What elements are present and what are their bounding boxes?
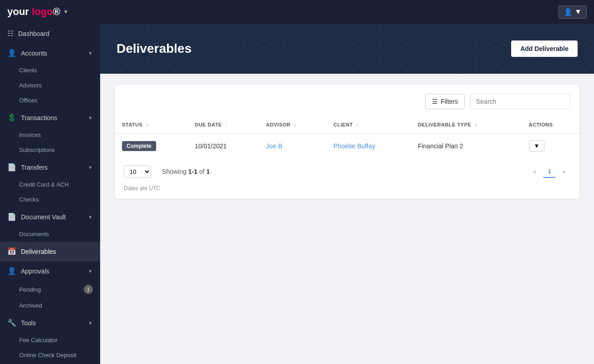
sidebar-subitem-offices[interactable]: Offices: [0, 93, 100, 108]
sidebar-item-label: Accounts: [21, 50, 47, 57]
search-input[interactable]: [470, 94, 570, 109]
sort-icon: ↕: [225, 122, 228, 127]
table-row: Complete 10/01/2021 Joe B Phoebe Buffay …: [115, 133, 579, 158]
pagination-area: 10 25 50 100 Showing 1-1 of 1 ‹ 1 ›: [115, 158, 579, 185]
filters-button[interactable]: ☰ Filters: [425, 94, 465, 109]
sidebar-item-accounts[interactable]: 👤 Accounts ▼: [0, 43, 100, 63]
sidebar-item-transactions[interactable]: 💲 Transactions ▼: [0, 108, 100, 127]
cell-due-date: 10/01/2021: [188, 133, 259, 158]
sidebar-item-deliverables[interactable]: 📅 Deliverables: [0, 242, 100, 261]
cell-advisor: Joe B: [259, 133, 326, 158]
chevron-down-icon: ▼: [88, 115, 93, 121]
table-body: Complete 10/01/2021 Joe B Phoebe Buffay …: [115, 133, 579, 158]
sidebar-subitem-online-check-deposit[interactable]: Online Check Deposit: [0, 348, 100, 363]
chevron-down-icon: ▼: [88, 320, 93, 326]
add-deliverable-button[interactable]: Add Deliverable: [511, 40, 578, 57]
user-dropdown-icon: ▼: [574, 8, 582, 16]
col-advisor[interactable]: ADVISOR ↕: [259, 116, 326, 133]
showing-text: Showing 1-1 of 1: [162, 168, 210, 175]
sidebar-subitem-checks[interactable]: Checks: [0, 192, 100, 207]
tools-icon: 🔧: [7, 318, 16, 327]
deliverables-card: ☰ Filters STATUS ↕ DUE DATE ↕: [115, 85, 579, 199]
sidebar-item-label: Transactions: [21, 114, 57, 121]
col-status[interactable]: STATUS ↕: [115, 116, 188, 133]
col-actions: ACTIONS: [522, 116, 580, 133]
sidebar-subitem-credit-card-ach[interactable]: Credit Card & ACH: [0, 177, 100, 192]
sidebar: ☷ Dashboard 👤 Accounts ▼ Clients Advisor…: [0, 24, 100, 364]
cell-client: Phoebe Buffay: [326, 133, 411, 158]
accounts-icon: 👤: [7, 49, 16, 57]
document-vault-icon: 📄: [7, 212, 16, 221]
prev-page-button[interactable]: ‹: [528, 165, 541, 178]
chevron-down-icon: ▼: [88, 51, 93, 56]
status-badge: Complete: [122, 141, 156, 151]
user-menu-button[interactable]: 👤 ▼: [558, 5, 587, 19]
deliverables-icon: 📅: [7, 247, 16, 256]
table-header: STATUS ↕ DUE DATE ↕ ADVISOR ↕ CLIENT: [115, 116, 579, 133]
filter-icon: ☰: [432, 98, 438, 105]
user-avatar-icon: 👤: [564, 8, 573, 16]
sort-icon: ↕: [475, 122, 477, 127]
sidebar-subitem-clients[interactable]: Clients: [0, 63, 100, 78]
sidebar-subitem-archived[interactable]: Archived: [0, 298, 100, 313]
toolbar: ☰ Filters: [115, 85, 579, 116]
pending-badge: 1: [84, 285, 93, 294]
client-link[interactable]: Phoebe Buffay: [334, 142, 376, 150]
chevron-down-icon: ▼: [88, 214, 93, 220]
cell-deliverable-type: Financial Plan 2: [411, 133, 522, 158]
topbar: your logo® ▼ 👤 ▼: [0, 0, 594, 24]
cell-actions: ▼: [522, 133, 580, 158]
sidebar-subitem-subscriptions[interactable]: Subscriptions: [0, 142, 100, 157]
chevron-down-icon: ▼: [88, 165, 93, 170]
dates-note: Dates are UTC: [115, 185, 579, 199]
page-title: Deliverables: [117, 41, 192, 56]
page-header: Deliverables Add Deliverable: [100, 24, 594, 74]
sort-icon: ↕: [356, 122, 359, 127]
page-1-button[interactable]: 1: [543, 165, 556, 178]
logo-area: your logo® ▼: [7, 6, 68, 18]
content-area: ☰ Filters STATUS ↕ DUE DATE ↕: [100, 74, 594, 210]
next-page-button[interactable]: ›: [558, 165, 570, 178]
transactions-icon: 💲: [7, 113, 16, 122]
sidebar-item-approvals[interactable]: 👤 Approvals ▼: [0, 261, 100, 281]
sidebar-item-label: Approvals: [21, 268, 49, 275]
sidebar-subitem-advisors[interactable]: Advisors: [0, 78, 100, 93]
dashboard-icon: ☷: [7, 29, 14, 38]
row-actions-button[interactable]: ▼: [529, 140, 545, 152]
sidebar-item-label: Document Vault: [21, 213, 66, 221]
sidebar-item-tools[interactable]: 🔧 Tools ▼: [0, 313, 100, 333]
chevron-down-icon: ▼: [88, 268, 93, 274]
sidebar-subitem-pending[interactable]: Pending 1: [0, 281, 100, 298]
logo-text: your logo®: [7, 6, 60, 18]
pagination-controls: ‹ 1 ›: [528, 165, 570, 178]
sidebar-item-label: Dashboard: [18, 30, 50, 37]
approvals-icon: 👤: [7, 267, 16, 275]
deliverables-table: STATUS ↕ DUE DATE ↕ ADVISOR ↕ CLIENT: [115, 116, 579, 158]
sidebar-subitem-documents[interactable]: Documents: [0, 227, 100, 242]
col-client[interactable]: CLIENT ↕: [326, 116, 411, 133]
sort-icon: ↕: [294, 122, 297, 127]
main-content: Deliverables Add Deliverable ☰ Filters S…: [100, 24, 594, 364]
per-page-select[interactable]: 10 25 50 100: [124, 166, 151, 178]
col-deliverable-type[interactable]: DELIVERABLE TYPE ↕: [411, 116, 522, 133]
sort-icon: ↕: [146, 122, 149, 127]
transfers-icon: 📄: [7, 163, 16, 172]
sidebar-item-dashboard[interactable]: ☷ Dashboard: [0, 24, 100, 43]
sidebar-item-label: Deliverables: [21, 248, 56, 255]
sidebar-item-label: Tools: [21, 319, 36, 327]
logo-dropdown-icon[interactable]: ▼: [63, 9, 68, 15]
advisor-link[interactable]: Joe B: [266, 142, 283, 150]
col-due-date[interactable]: DUE DATE ↕: [188, 116, 259, 133]
sidebar-item-transfers[interactable]: 📄 Transfers ▼: [0, 157, 100, 177]
sidebar-subitem-fee-calculator[interactable]: Fee Calculator: [0, 333, 100, 348]
sidebar-subitem-invoices[interactable]: Invoices: [0, 127, 100, 142]
sidebar-item-label: Transfers: [21, 164, 48, 171]
sidebar-item-document-vault[interactable]: 📄 Document Vault ▼: [0, 207, 100, 227]
cell-status: Complete: [115, 133, 188, 158]
